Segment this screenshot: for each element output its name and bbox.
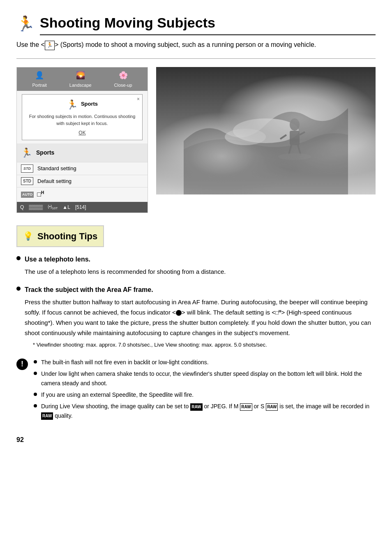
shooting-tips-title: Shooting Tips [37, 229, 97, 243]
standard-setting-label: Standard setting [37, 164, 76, 173]
section-divider [16, 58, 376, 59]
mode-landscape[interactable]: 🌄 Landscape [69, 70, 92, 89]
svg-point-2 [290, 118, 300, 131]
default-setting-row: STD Default setting [17, 175, 148, 187]
svg-point-8 [278, 153, 311, 160]
surfer-svg [156, 67, 376, 194]
page-title: Shooting Moving Subjects [40, 12, 376, 35]
warning-icon-column: ! [16, 358, 28, 423]
mode-closeup[interactable]: 🌸 Close-up [114, 70, 132, 89]
raw-badge-quality: RAW [41, 412, 53, 420]
auto-badge: AUTO [21, 192, 34, 198]
warning-bullet-4 [34, 404, 37, 407]
warning-text-3: If you are using an external Speedlite, … [41, 390, 194, 399]
tip-body-1: The use of a telephoto lens is recommend… [16, 267, 376, 277]
m-raw-badge: RAW [240, 403, 252, 411]
warning-item-2: Under low light when camera shake tends … [34, 369, 376, 388]
warning-text-1: The built-in flash will not fire even in… [41, 358, 209, 367]
intro-paragraph: Use the <🏃> (Sports) mode to shoot a mov… [16, 39, 376, 50]
tip-body-2: Press the shutter button halfway to star… [16, 297, 376, 349]
portrait-icon: 👤 [35, 70, 44, 81]
warning-section: ! The built-in flash will not fire even … [16, 358, 376, 423]
tip-item-1: Use a telephoto lens. The use of a telep… [16, 255, 376, 277]
tooltip-title: Sports [81, 100, 98, 108]
camera-status-bar: Q ▒▒▒▒ (•)10T ▲L [514] [17, 202, 148, 213]
drive-default-icon: □H [275, 308, 281, 317]
sports-tooltip: × 🏃 Sports For shooting subjects in moti… [22, 94, 143, 140]
warning-bullet-1 [34, 360, 37, 363]
sports-header-icon: 🏃 [16, 13, 35, 35]
bullet-1 [16, 256, 21, 260]
focus-indicator-icon [176, 310, 182, 316]
mode-selector-row: 👤 Portrait 🌄 Landscape 🌸 Close-up [17, 67, 148, 91]
tip-note-2: * Viewfinder shooting: max. approx. 7.0 … [25, 340, 376, 349]
warning-bullet-2 [34, 372, 37, 375]
raw-badge-filled: RAW [190, 403, 202, 411]
camera-ui-panel: 👤 Portrait 🌄 Landscape 🌸 Close-up × 🏃 Sp… [16, 67, 148, 213]
tooltip-description: For shooting subjects in motion. Continu… [26, 113, 138, 127]
standard-setting-row: STD Standard setting [17, 162, 148, 175]
tip-item-2: Track the subject with the Area AF frame… [16, 285, 376, 349]
portrait-label: Portrait [32, 82, 46, 89]
tip-title-2: Track the subject with the Area AF frame… [16, 285, 376, 295]
sports-mode-row: 🏃 Sports [17, 143, 148, 162]
drive-mode-icon: □H [37, 190, 44, 199]
warning-item-3: If you are using an external Speedlite, … [34, 390, 376, 399]
svg-rect-3 [290, 131, 300, 145]
landscape-label: Landscape [69, 82, 92, 89]
std-badge-italic: STD [21, 164, 33, 173]
warning-bullet-3 [34, 393, 37, 396]
tooltip-close-btn[interactable]: × [137, 95, 140, 103]
page-header: 🏃 Shooting Moving Subjects [16, 12, 376, 35]
svg-point-1 [225, 129, 266, 145]
status-q: Q [20, 204, 24, 211]
warning-circle-icon: ! [16, 359, 28, 370]
warning-text-4: During Live View shooting, the image qua… [41, 402, 376, 420]
tip-title-1: Use a telephoto lens. [16, 255, 376, 264]
shooting-tips-header: 💡 Shooting Tips [16, 225, 104, 247]
closeup-label: Close-up [114, 82, 132, 89]
bullet-2 [16, 287, 21, 291]
sports-mode-icon: 🏃 [21, 146, 32, 160]
photo-panel [156, 67, 376, 213]
main-content-area: 👤 Portrait 🌄 Landscape 🌸 Close-up × 🏃 Sp… [16, 67, 376, 213]
closeup-icon: 🌸 [119, 70, 128, 81]
warning-items-list: The built-in flash will not fire even in… [34, 358, 376, 423]
sports-mode-label: Sports [36, 148, 54, 157]
default-setting-label: Default setting [37, 177, 71, 185]
surfer-photo [156, 67, 376, 194]
auto-drive-row: AUTO □H [17, 187, 148, 201]
landscape-icon: 🌄 [76, 70, 85, 81]
status-quality: ▲L [62, 204, 70, 211]
tips-lightbulb-icon: 💡 [23, 230, 33, 242]
tooltip-ok-button[interactable]: OK [26, 129, 138, 137]
s-raw-badge: RAW [266, 403, 278, 411]
warning-item-1: The built-in flash will not fire even in… [34, 358, 376, 367]
tooltip-sports-icon: 🏃 [67, 98, 78, 111]
mode-portrait[interactable]: 👤 Portrait [32, 70, 46, 89]
page-number: 92 [16, 435, 376, 445]
std-badge-box: STD [21, 177, 33, 185]
status-battery: ▒▒▒▒ [29, 204, 43, 211]
status-shots: [514] [75, 204, 86, 211]
warning-item-4: During Live View shooting, the image qua… [34, 402, 376, 420]
status-wifi: (•)10T [48, 204, 58, 211]
warning-text-2: Under low light when camera shake tends … [41, 369, 376, 388]
